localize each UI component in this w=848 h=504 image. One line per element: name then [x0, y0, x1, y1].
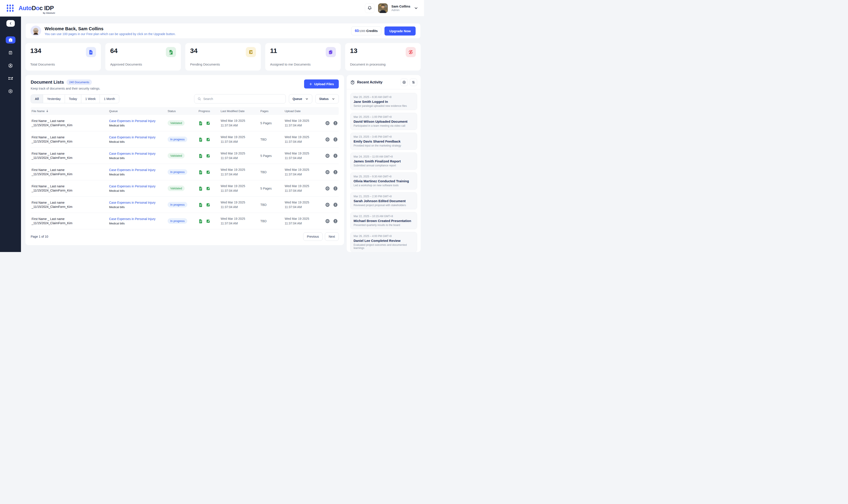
progress-cell	[198, 219, 221, 223]
alert-icon[interactable]	[333, 154, 338, 158]
alert-icon[interactable]	[333, 186, 338, 191]
app-grid-icon[interactable]	[6, 4, 15, 13]
sidebar-item-settings[interactable]	[6, 88, 15, 95]
view-icon[interactable]	[325, 154, 330, 158]
column-pages[interactable]: Pages	[260, 109, 285, 113]
edit-progress-icon[interactable]	[206, 202, 210, 207]
status-dropdown[interactable]: Status	[315, 94, 339, 104]
document-progress-icon[interactable]	[198, 202, 203, 207]
column-last-modified[interactable]: Last Modified Date	[221, 109, 260, 113]
queue-link[interactable]: Case Expenses in Personal Injury	[109, 136, 166, 139]
upgrade-button[interactable]: Upgrade Now	[384, 26, 416, 36]
view-icon[interactable]	[325, 202, 330, 207]
bell-icon	[367, 6, 372, 11]
document-progress-icon[interactable]	[198, 137, 203, 142]
page-info: Page 1 of 10	[31, 235, 48, 238]
queue-link[interactable]: Case Expenses in Personal Injury	[109, 168, 166, 172]
table-header: File Name Queue Status Progress Last Mod…	[31, 107, 339, 115]
activity-view-button[interactable]	[400, 78, 408, 86]
activity-filter-button[interactable]	[410, 78, 417, 86]
alert-icon[interactable]	[333, 170, 338, 175]
edit-progress-icon[interactable]	[206, 121, 210, 125]
edit-progress-icon[interactable]	[206, 186, 210, 191]
document-progress-icon[interactable]	[198, 170, 203, 174]
column-status[interactable]: Status	[168, 109, 198, 113]
sidebar-item-documents[interactable]	[6, 49, 15, 56]
upload-files-button[interactable]: Upload Files	[304, 79, 339, 89]
queue-link[interactable]: Case Expenses in Personal Injury	[109, 119, 166, 123]
collapse-sidebar-button[interactable]	[6, 20, 15, 27]
progress-cell	[198, 121, 221, 125]
previous-page-button[interactable]: Previous	[303, 232, 323, 241]
row-actions	[320, 186, 339, 191]
view-icon[interactable]	[325, 121, 330, 126]
search-box[interactable]	[194, 94, 286, 104]
user-role: Admin	[391, 8, 410, 12]
activity-date: Mar 23, 2025 – 3:45 PM GMT+8	[353, 135, 414, 138]
document-progress-icon[interactable]	[198, 219, 203, 223]
pages-cell: TBD	[260, 170, 285, 174]
queue-cell: Case Expenses in Personal Injury Medical…	[109, 201, 168, 209]
queue-link[interactable]: Case Expenses in Personal Injury	[109, 184, 166, 188]
table-row[interactable]: First Name _ Last name _11/15/2024_Claim…	[31, 213, 339, 229]
notifications-button[interactable]	[365, 3, 375, 13]
date-filter-tab[interactable]: Today	[65, 95, 81, 103]
activity-item[interactable]: Mar 21, 2025 – 2:30 PM GMT+8 Sarah Johns…	[350, 192, 417, 210]
edit-progress-icon[interactable]	[206, 170, 210, 174]
table-row[interactable]: First Name _ Last name _11/15/2024_Claim…	[31, 115, 339, 131]
date-filter-tab[interactable]: Yesterday	[43, 95, 65, 103]
sidebar-item-home[interactable]	[6, 36, 15, 43]
date-filter-tabs: All Yesterday Today 1 Week 1 Month	[31, 94, 119, 103]
date-filter-tab[interactable]: 1 Week	[81, 95, 100, 103]
date-filter-tab[interactable]: 1 Month	[100, 95, 119, 103]
sidebar-item-users[interactable]	[6, 62, 15, 69]
chevron-down-icon[interactable]	[414, 6, 418, 11]
view-icon[interactable]	[325, 137, 330, 142]
alert-icon[interactable]	[333, 121, 338, 126]
view-icon[interactable]	[325, 219, 330, 223]
alert-icon[interactable]	[333, 137, 338, 142]
column-progress[interactable]: Progress	[198, 109, 221, 113]
welcome-avatar	[31, 25, 41, 36]
activity-item[interactable]: Mar 26, 2025 – 4:00 PM GMT+8 Daniel Lee …	[350, 232, 417, 252]
column-queue[interactable]: Queue	[109, 109, 168, 113]
next-page-button[interactable]: Next	[325, 232, 339, 241]
queue-link[interactable]: Case Expenses in Personal Injury	[109, 201, 166, 204]
view-icon[interactable]	[325, 170, 330, 175]
table-row[interactable]: First Name _ Last name _11/15/2024_Claim…	[31, 148, 339, 164]
edit-progress-icon[interactable]	[206, 137, 210, 142]
edit-progress-icon[interactable]	[206, 154, 210, 158]
activity-item[interactable]: Mar 20, 2025 – 6:30 AM GMT+8 Jane Smith …	[350, 93, 417, 110]
table-row[interactable]: First Name _ Last name _11/15/2024_Claim…	[31, 180, 339, 197]
column-file-name[interactable]: File Name	[31, 109, 109, 113]
alert-icon[interactable]	[333, 202, 338, 207]
user-name: Sam Collins	[391, 4, 410, 8]
app-logo[interactable]: AutoDoc IDP by OmnisAI	[19, 5, 54, 12]
document-progress-icon[interactable]	[198, 121, 203, 125]
sidebar-item-workflow[interactable]	[6, 75, 15, 82]
table-row[interactable]: First Name _ Last name _11/15/2024_Claim…	[31, 164, 339, 180]
table-row[interactable]: First Name _ Last name _11/15/2024_Claim…	[31, 131, 339, 148]
document-progress-icon[interactable]	[198, 154, 203, 158]
activity-item[interactable]: Mar 24, 2025 – 11:00 AM GMT+8 James Smit…	[350, 152, 417, 170]
table-row[interactable]: First Name _ Last name _11/15/2024_Claim…	[31, 197, 339, 213]
queue-dropdown[interactable]: Queue	[289, 94, 312, 104]
queue-link[interactable]: Case Expenses in Personal Injury	[109, 152, 166, 155]
table-body: First Name _ Last name _11/15/2024_Claim…	[31, 115, 339, 229]
edit-progress-icon[interactable]	[206, 219, 210, 223]
user-avatar[interactable]	[378, 3, 388, 13]
date-filter-tab[interactable]: All	[31, 95, 43, 103]
documents-icon	[326, 47, 336, 57]
document-progress-icon[interactable]	[198, 186, 203, 191]
column-upload-date[interactable]: Upload Date	[285, 109, 320, 113]
alert-icon[interactable]	[333, 219, 338, 223]
activity-item[interactable]: Mar 25, 2025 – 9:30 AM GMT+8 Olivia Mart…	[350, 172, 417, 190]
queue-subcategory: Medical bills	[109, 222, 166, 225]
activity-item[interactable]: Mar 23, 2025 – 3:45 PM GMT+8 Emily Davis…	[350, 132, 417, 150]
activity-item[interactable]: Mar 22, 2025 – 10:15 AM GMT+8 Michael Br…	[350, 212, 417, 229]
view-icon[interactable]	[325, 186, 330, 191]
queue-link[interactable]: Case Expenses in Personal Injury	[109, 217, 166, 221]
stats-row: 134 Total Documents 64 Approved Document…	[25, 43, 421, 71]
search-input[interactable]	[203, 97, 282, 101]
activity-item[interactable]: Mar 20, 2025 – 1:00 PM GMT+8 David Wilso…	[350, 113, 417, 130]
